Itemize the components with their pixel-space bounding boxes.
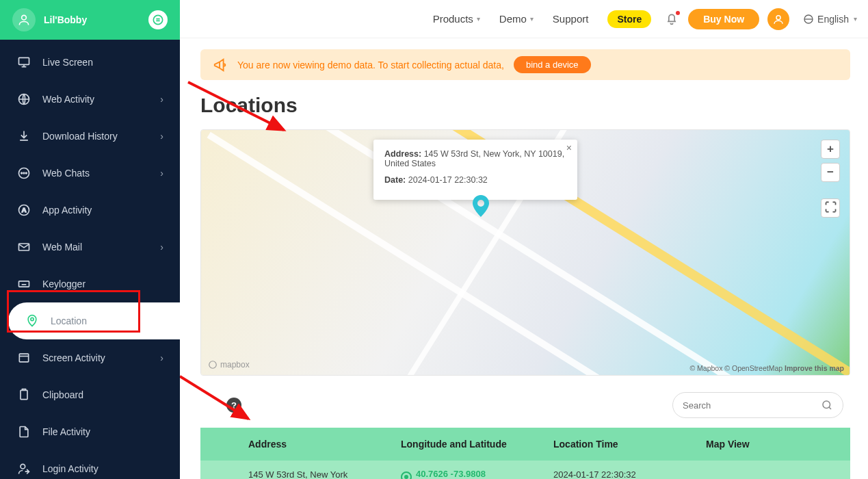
account-button[interactable] (767, 8, 789, 30)
swap-button[interactable] (148, 10, 168, 29)
keyboard-icon (16, 277, 31, 291)
svg-point-18 (209, 361, 217, 369)
topnav: Products▾ Demo▾ Support Store (433, 10, 652, 28)
sidebar-item-screen-activity[interactable]: Screen Activity › (0, 339, 180, 376)
megaphone-icon (213, 57, 228, 73)
chevron-right-icon: › (160, 131, 163, 142)
sidebar-item-web-activity[interactable]: Web Activity › (0, 81, 180, 118)
date-label: Date: (384, 175, 406, 185)
map-marker[interactable] (473, 195, 489, 217)
cell-address: 145 W 53rd St, New York (200, 469, 393, 480)
search-input-wrap[interactable] (672, 392, 843, 418)
search-icon (821, 399, 833, 411)
svg-point-5 (21, 172, 23, 174)
cell-lonlat: 40.7626 -73.9808 (393, 469, 545, 480)
nav-support[interactable]: Support (553, 13, 589, 25)
sidebar-item-app-activity[interactable]: A App Activity (0, 192, 180, 229)
download-icon (16, 129, 31, 143)
svg-point-15 (21, 464, 25, 469)
table-header: Address Longitude and Latitude Location … (200, 428, 850, 461)
chevron-right-icon: › (160, 352, 163, 363)
bind-device-button[interactable]: bind a device (514, 56, 591, 73)
svg-point-7 (26, 172, 27, 174)
svg-rect-13 (19, 354, 28, 362)
clipboard-icon (16, 388, 31, 402)
svg-point-12 (31, 318, 34, 320)
chevron-right-icon: › (160, 242, 163, 253)
chevron-down-icon: ▾ (530, 15, 534, 23)
fullscreen-button[interactable]: ⛶ (821, 198, 840, 218)
svg-text:A: A (22, 207, 27, 213)
chevron-right-icon: › (160, 94, 163, 105)
sidebar-item-keylogger[interactable]: Keylogger (0, 266, 180, 302)
help-button[interactable]: ? (226, 398, 241, 413)
cell-time: 2024-01-17 22:30:32 (545, 469, 698, 480)
svg-point-16 (776, 15, 780, 19)
file-icon (16, 425, 31, 439)
sidebar-item-web-mail[interactable]: Web Mail › (0, 229, 180, 266)
sidebar-nav: Live Screen Web Activity › Download Hist… (0, 40, 180, 479)
zoom-out-button[interactable]: − (821, 163, 840, 182)
col-time: Location Time (545, 439, 698, 450)
sidebar-item-file-activity[interactable]: File Activity (0, 413, 180, 450)
col-lonlat: Longitude and Latitude (393, 439, 545, 450)
monitor-icon (16, 55, 31, 69)
sidebar-item-live-screen[interactable]: Live Screen (0, 44, 180, 81)
pin-icon (25, 314, 40, 328)
sidebar-item-clipboard[interactable]: Clipboard (0, 376, 180, 413)
globe-icon (803, 14, 814, 25)
col-mapview: Map View (698, 439, 850, 450)
date-value: 2024-01-17 22:30:32 (408, 175, 488, 185)
nav-store[interactable]: Store (607, 10, 651, 28)
sidebar-item-login-activity[interactable]: Login Activity (0, 450, 180, 479)
notification-dot (676, 11, 680, 15)
mapbox-logo: mapbox (208, 360, 250, 370)
svg-point-6 (23, 172, 25, 174)
search-input[interactable] (683, 400, 821, 411)
page-title: Locations (200, 94, 850, 117)
map-popup: × Address: 145 W 53rd St, New York, NY 1… (373, 140, 577, 200)
app-icon: A (16, 203, 31, 217)
map-attribution: © Mapbox © OpenStreetMap Improve this ma… (689, 364, 844, 372)
user-icon (16, 462, 31, 476)
buy-now-button[interactable]: Buy Now (688, 9, 759, 29)
profile[interactable]: Lil'Bobby (12, 8, 87, 31)
nav-products[interactable]: Products▾ (433, 13, 480, 25)
mail-icon (16, 240, 31, 254)
avatar (12, 8, 36, 31)
address-label: Address: (384, 149, 421, 159)
svg-rect-14 (21, 390, 27, 399)
screen-icon (16, 351, 31, 365)
username: Lil'Bobby (44, 14, 87, 25)
chevron-down-icon: ▾ (477, 15, 480, 23)
banner-text: You are now viewing demo data. To start … (237, 60, 504, 70)
sidebar-item-web-chats[interactable]: Web Chats › (0, 155, 180, 192)
chat-icon (16, 166, 31, 180)
svg-point-1 (153, 15, 162, 24)
sidebar: Lil'Bobby Live Screen Web Activity › Dow… (0, 0, 180, 479)
content: You are now viewing demo data. To start … (180, 38, 868, 479)
map-controls: + − ⛶ (821, 140, 840, 218)
svg-rect-2 (19, 57, 29, 64)
col-address: Address (200, 439, 393, 450)
sidebar-item-location[interactable]: Location (8, 302, 180, 339)
table-row[interactable]: 145 W 53rd St, New York 40.7626 -73.9808… (200, 461, 850, 479)
globe-icon (16, 92, 31, 106)
svg-point-0 (22, 15, 27, 20)
geo-dot-icon (401, 471, 412, 480)
sidebar-item-download-history[interactable]: Download History › (0, 118, 180, 155)
map[interactable]: × Address: 145 W 53rd St, New York, NY 1… (200, 129, 850, 376)
nav-demo[interactable]: Demo▾ (499, 13, 534, 25)
svg-point-19 (823, 401, 830, 409)
main: Products▾ Demo▾ Support Store Buy Now En… (180, 0, 868, 479)
chevron-right-icon: › (160, 168, 163, 179)
zoom-in-button[interactable]: + (821, 140, 840, 159)
topbar: Products▾ Demo▾ Support Store Buy Now En… (180, 0, 868, 38)
chevron-down-icon: ▾ (854, 15, 857, 23)
close-icon[interactable]: × (566, 142, 572, 153)
demo-banner: You are now viewing demo data. To start … (200, 49, 850, 80)
language-selector[interactable]: English▾ (803, 14, 857, 25)
table-toolbar: ? (200, 376, 850, 428)
sidebar-header: Lil'Bobby (0, 0, 180, 40)
notifications-button[interactable] (665, 12, 679, 26)
